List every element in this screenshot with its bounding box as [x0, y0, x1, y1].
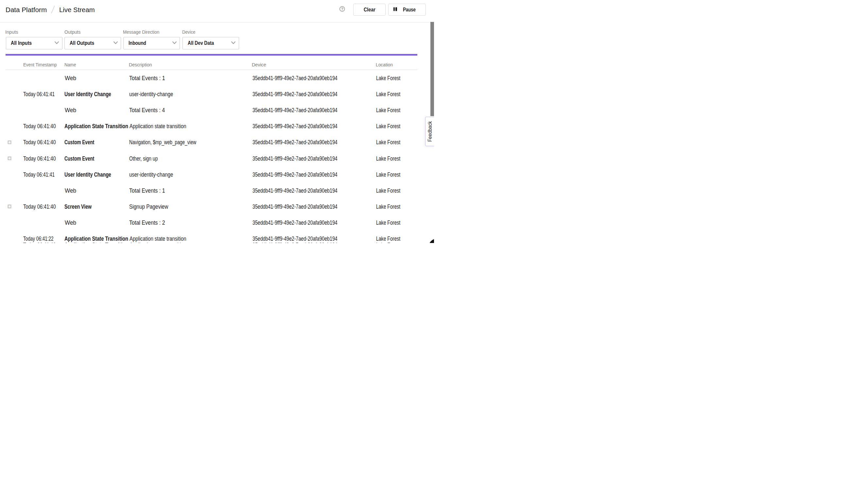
svg-text:?: ?: [341, 7, 343, 11]
